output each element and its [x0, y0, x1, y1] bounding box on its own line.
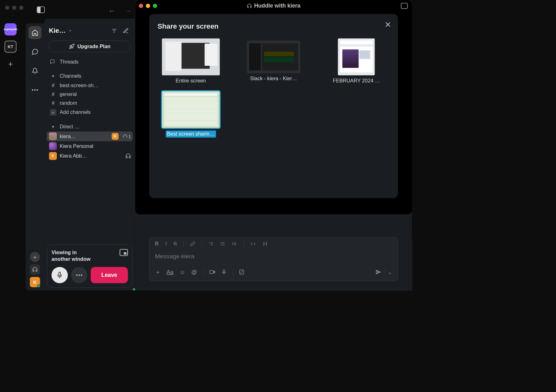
user-avatar[interactable]: K [30, 277, 40, 287]
audio-icon[interactable] [221, 269, 226, 275]
add-channels-label: Add channels [60, 109, 91, 115]
upgrade-plan-label: Upgrade Plan [77, 43, 110, 49]
huddle-panel-title: Viewing in [52, 249, 77, 255]
channel-item[interactable]: #general [47, 90, 133, 99]
threads-icon [50, 59, 57, 64]
send-button[interactable] [373, 267, 384, 277]
more-options-button[interactable] [71, 267, 87, 283]
home-icon[interactable] [28, 26, 41, 39]
plus-icon: ＋ [50, 109, 57, 116]
strike-icon[interactable]: S [173, 241, 177, 247]
huddle-window: Huddle with kiera Share your screen ✕ En… [135, 0, 412, 215]
upgrade-plan-button[interactable]: Upgrade Plan [49, 41, 131, 52]
format-toolbar: B I S [149, 237, 398, 250]
hash-icon: # [50, 100, 57, 106]
share-option-february-doc[interactable]: FEBRUARY 2024 … [323, 38, 390, 84]
shortcuts-icon[interactable] [239, 269, 245, 275]
share-option-best-screen-sharing[interactable]: Best screen sharin… [158, 91, 224, 137]
message-input[interactable]: Message kiera [149, 250, 398, 265]
workspace-superpath[interactable]: superpath [4, 23, 17, 36]
popout-icon[interactable] [120, 249, 128, 256]
formatting-toggle-icon[interactable]: Aa [167, 269, 174, 275]
dm-item[interactable]: K Kiera Abb… [47, 151, 133, 161]
svg-point-1 [34, 89, 36, 91]
svg-point-17 [221, 244, 221, 244]
rocket-icon [69, 44, 75, 49]
dm-avatar: K [49, 152, 57, 160]
dm-item[interactable]: Kiera Personal [47, 141, 133, 151]
svg-rect-23 [210, 271, 213, 274]
bullet-list-icon[interactable] [220, 241, 225, 246]
add-channels-item[interactable]: ＋Add channels [47, 108, 133, 117]
back-icon[interactable]: ← [108, 7, 115, 15]
forward-icon[interactable]: → [125, 7, 131, 15]
share-option-label: FEBRUARY 2024 … [333, 78, 380, 84]
add-workspace-button[interactable]: ＋ [4, 58, 17, 70]
headphones-icon [125, 153, 131, 159]
huddle-panel-subtitle: another window [52, 256, 91, 262]
filter-icon[interactable] [109, 26, 119, 36]
code-icon[interactable] [250, 241, 256, 246]
share-thumbnail [162, 38, 220, 76]
blockquote-icon[interactable] [232, 241, 237, 246]
dm-avatar [49, 132, 57, 140]
workspace-switcher: superpath KT ＋ [2, 23, 19, 70]
primary-nav: ＋ K [26, 23, 44, 290]
send-options-icon[interactable]: ⌄ [385, 269, 392, 275]
share-thumbnail [162, 91, 220, 128]
link-icon[interactable] [190, 241, 195, 246]
svg-point-7 [76, 274, 77, 276]
channels-section-header[interactable]: ▾ Channels [47, 71, 133, 81]
huddle-window-titlebar[interactable]: Huddle with kiera [135, 0, 412, 12]
chevron-down-icon[interactable] [68, 29, 72, 33]
mention-icon[interactable]: @ [191, 269, 197, 275]
caret-down-icon: ▾ [50, 124, 57, 129]
video-icon[interactable] [209, 269, 215, 275]
share-screen-dialog: Share your screen ✕ Entire screen Slack [149, 14, 398, 198]
svg-point-9 [81, 274, 82, 276]
leave-huddle-button[interactable]: Leave [91, 267, 128, 283]
dm-avatar [49, 142, 57, 150]
app-window-controls[interactable] [5, 6, 23, 10]
compose-icon[interactable] [121, 26, 131, 36]
share-option-label: Slack - kiera - Kier… [250, 76, 297, 81]
share-option-slack-window[interactable]: Slack - kiera - Kier… [240, 38, 307, 84]
attach-icon[interactable]: ＋ [155, 268, 161, 276]
share-option-label: Best screen sharin… [166, 131, 216, 137]
italic-icon[interactable]: I [165, 241, 167, 247]
composer-actions: ＋ Aa ☺ @ ⌄ [149, 265, 398, 281]
share-thumbnail [338, 38, 375, 76]
threads-item[interactable]: Threads [47, 57, 133, 67]
create-new-button[interactable]: ＋ [30, 252, 40, 262]
message-composer[interactable]: B I S Message kiera ＋ Aa ☺ @ [149, 237, 398, 281]
hash-icon: # [50, 82, 57, 88]
headphones-icon [247, 3, 252, 8]
huddle-indicator-icon[interactable] [30, 264, 40, 275]
sidebar-toggle-icon[interactable] [37, 7, 45, 13]
more-icon[interactable] [28, 83, 41, 96]
codeblock-icon[interactable] [262, 241, 268, 246]
channel-item[interactable]: #random [47, 99, 133, 108]
svg-point-8 [79, 274, 80, 276]
dm-name: Kiera Abb… [60, 153, 87, 159]
close-icon[interactable]: ✕ [385, 20, 391, 30]
mute-button[interactable] [52, 267, 68, 283]
dm-item[interactable]: kiera… K 1 [47, 132, 133, 141]
ordered-list-icon[interactable] [208, 241, 214, 246]
window-controls[interactable] [139, 4, 157, 8]
huddle-participants: 1 [123, 134, 131, 139]
dm-section-header[interactable]: ▾ Direct … [47, 122, 133, 132]
activity-icon[interactable] [28, 64, 41, 77]
presence-dot-icon [37, 284, 41, 288]
dm-icon[interactable] [28, 45, 41, 58]
expand-icon[interactable] [401, 3, 408, 9]
emoji-icon[interactable]: ☺ [180, 269, 185, 275]
workspace-name[interactable]: Kie… [49, 27, 66, 35]
share-option-entire-screen[interactable]: Entire screen [158, 38, 224, 84]
channel-item[interactable]: #best-screen-sh… [47, 81, 133, 90]
bold-icon[interactable]: B [155, 241, 159, 247]
channels-header-label: Channels [60, 73, 81, 79]
workspace-kt[interactable]: KT [4, 41, 17, 53]
svg-line-26 [241, 271, 243, 273]
svg-point-2 [36, 89, 38, 91]
